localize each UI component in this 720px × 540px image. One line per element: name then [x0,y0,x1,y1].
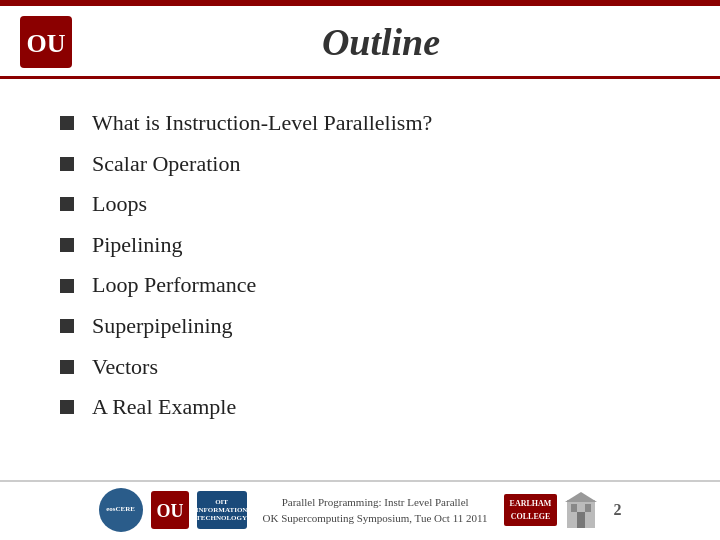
oit-label: OIT INFORMATION TECHNOLOGY [196,498,248,522]
bullet-text: Superpipelining [92,312,233,341]
bullet-icon [60,400,74,414]
bullet-text: Vectors [92,353,158,382]
bullet-icon [60,238,74,252]
svg-text:OU: OU [156,501,183,521]
earlham-label: EARLHAM COLLEGE [510,499,552,521]
bullet-icon [60,279,74,293]
list-item: Loops [60,190,660,219]
header: OU Outline [0,6,720,79]
list-item: A Real Example [60,393,660,422]
bullet-text: What is Instruction-Level Parallelism? [92,109,432,138]
bullet-icon [60,197,74,211]
bullet-icon [60,360,74,374]
svg-text:OU: OU [27,29,66,58]
bullet-icon [60,319,74,333]
oit-logo: OIT INFORMATION TECHNOLOGY [197,491,247,529]
svg-rect-7 [577,512,585,528]
slide-title: Outline [322,21,440,63]
list-item: Superpipelining [60,312,660,341]
svg-rect-6 [585,504,591,512]
eoscere-logo: eosCERE [99,488,143,532]
earlham-logo: EARLHAM COLLEGE [504,494,558,525]
list-item: Vectors [60,353,660,382]
list-item: Loop Performance [60,271,660,300]
bullet-icon [60,116,74,130]
bullet-list: What is Instruction-Level Parallelism? S… [60,109,660,434]
footer-text: Parallel Programming: Instr Level Parall… [263,494,488,527]
footer-line2: OK Supercomputing Symposium, Tue Oct 11 … [263,510,488,527]
ou-footer-logo: OU [151,491,189,529]
bullet-text: Loop Performance [92,271,256,300]
ou-logo: OU [20,16,72,68]
footer-line1: Parallel Programming: Instr Level Parall… [263,494,488,511]
bullet-text: Loops [92,190,147,219]
earlham-building-icon [565,490,597,530]
page-number: 2 [613,501,621,519]
svg-marker-8 [565,492,597,502]
title-area: Outline [72,20,690,64]
list-item: Pipelining [60,231,660,260]
svg-rect-5 [571,504,577,512]
bullet-text: Scalar Operation [92,150,240,179]
bullet-icon [60,157,74,171]
footer-logos-left: eosCERE OU OIT INFORMATION TECHNOLOGY [99,488,247,532]
bullet-text: A Real Example [92,393,236,422]
slide: OU Outline What is Instruction-Level Par… [0,0,720,540]
footer-logos-right: EARLHAM COLLEGE 2 [504,490,622,530]
bullet-text: Pipelining [92,231,182,260]
list-item: What is Instruction-Level Parallelism? [60,109,660,138]
footer: eosCERE OU OIT INFORMATION TECHNOLOGY Pa… [0,480,720,540]
list-item: Scalar Operation [60,150,660,179]
content-area: What is Instruction-Level Parallelism? S… [0,79,720,480]
